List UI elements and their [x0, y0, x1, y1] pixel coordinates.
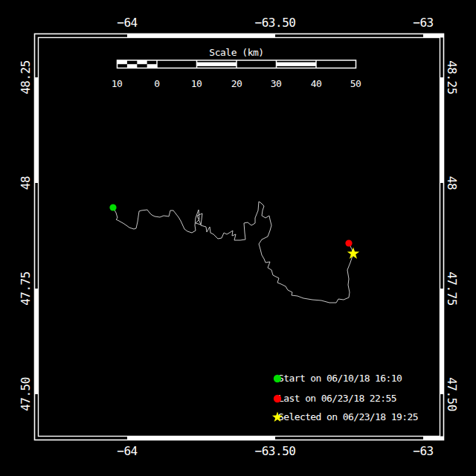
- x-tick-label-bottom-6350: −63.50: [255, 444, 296, 458]
- y-tick-label-right-48: 48: [445, 176, 459, 190]
- selected-point-star-marker[interactable]: [347, 247, 359, 259]
- scale-num-50: 50: [350, 78, 361, 89]
- legend-label-start: Start on 06/10/18 16:10: [278, 373, 402, 384]
- track-path[interactable]: [113, 202, 353, 303]
- scale-num-20: 20: [231, 78, 242, 89]
- selected-star-icon: [271, 411, 283, 423]
- scale-num-10l: 10: [112, 78, 123, 89]
- x-tick-label-top-6350: −63.50: [255, 16, 296, 30]
- legend-label-last: Last on 06/23/18 22:55: [278, 393, 396, 404]
- y-tick-label-left-4775: 47.75: [19, 271, 33, 306]
- scale-bar: [118, 60, 356, 68]
- legend-item-last: Last on 06/23/18 22:55: [271, 392, 396, 405]
- x-tick-label-top-63: −63: [413, 16, 433, 30]
- x-tick-label-bottom-63: −63: [413, 444, 433, 458]
- legend-item-start: Start on 06/10/18 16:10: [271, 372, 402, 385]
- last-point-marker[interactable]: [345, 239, 352, 246]
- map-canvas[interactable]: [0, 0, 476, 476]
- last-marker-icon: [271, 392, 283, 405]
- track-map-figure: −64 −63.50 −63 −64 −63.50 −63 48.25 48 4…: [0, 0, 476, 476]
- track-layer[interactable]: [109, 202, 359, 303]
- y-tick-label-right-4750: 47.50: [445, 377, 459, 411]
- y-tick-label-left-48: 48: [19, 176, 33, 190]
- x-tick-label-top-64: −64: [117, 16, 137, 30]
- legend-item-selected: Selected on 06/23/18 19:25: [271, 411, 418, 423]
- y-tick-label-right-4775: 47.75: [445, 271, 459, 306]
- scale-num-30: 30: [271, 78, 282, 89]
- scale-num-10: 10: [191, 78, 202, 89]
- scale-bar-title: Scale (km): [209, 47, 263, 58]
- y-tick-label-right-4825: 48.25: [445, 60, 459, 94]
- y-tick-label-left-4750: 47.50: [19, 377, 33, 411]
- scale-num-0: 0: [154, 78, 159, 89]
- start-point-marker[interactable]: [109, 204, 116, 210]
- legend-label-selected: Selected on 06/23/18 19:25: [278, 411, 418, 422]
- x-tick-label-bottom-64: −64: [117, 444, 137, 458]
- y-tick-label-left-4825: 48.25: [19, 60, 33, 94]
- scale-num-40: 40: [311, 78, 322, 89]
- start-marker-icon: [271, 372, 283, 385]
